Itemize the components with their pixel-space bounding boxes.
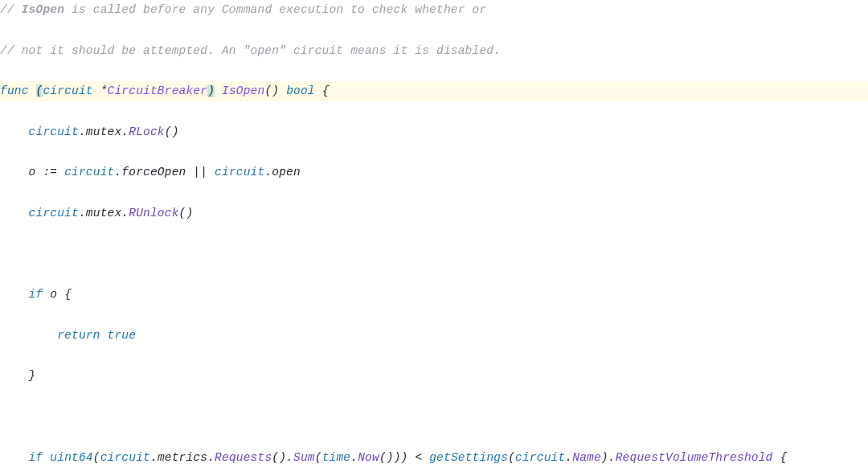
code-token [43, 451, 50, 464]
code-token: RUnlock [129, 207, 178, 220]
code-token [215, 84, 222, 97]
code-line: circuit.mutex.RUnlock() [0, 203, 868, 224]
code-token: // not it should be attempted. An "open"… [0, 44, 501, 57]
code-token: metrics [158, 451, 207, 464]
code-token: . [565, 451, 572, 464]
code-token: } [0, 369, 36, 382]
code-token: . [264, 166, 272, 179]
code-token: ( [508, 451, 515, 464]
code-line: } [0, 366, 868, 386]
code-line: o := circuit.forceOpen || circuit.open [0, 162, 868, 183]
code-line: return true [0, 326, 868, 346]
code-token: IsOpen [22, 3, 64, 16]
code-token: func [0, 84, 29, 97]
code-token: . [79, 125, 86, 138]
code-token: if [29, 288, 43, 301]
code-line: circuit.mutex.RLock() [0, 122, 868, 142]
code-line: if o { [0, 285, 868, 305]
code-line: func (circuit *CircuitBreaker) IsOpen() … [0, 81, 868, 101]
code-token: ). [601, 451, 616, 464]
code-token: circuit [29, 207, 79, 220]
code-block: // IsOpen is called before any Command e… [0, 0, 868, 472]
code-token: () [179, 207, 194, 220]
code-token: circuit [515, 451, 565, 464]
code-token: ) [207, 84, 215, 97]
code-token: forceOpen [121, 166, 186, 179]
code-token: return [57, 329, 100, 342]
code-token: uint64 [50, 451, 92, 464]
code-line: if uint64(circuit.metrics.Requests().Sum… [0, 448, 868, 468]
code-token: true [108, 329, 137, 342]
code-token: if [29, 451, 43, 464]
code-token: . [114, 166, 121, 179]
code-token: { [773, 451, 788, 464]
code-token: Requests [215, 451, 272, 464]
code-token: Name [572, 451, 601, 464]
code-token: time [322, 451, 351, 464]
code-token: * [93, 84, 108, 97]
code-token: . [79, 207, 86, 220]
code-token: () [165, 125, 179, 138]
code-token: bool [286, 84, 315, 97]
code-token: () [264, 84, 279, 97]
code-token: RequestVolumeThreshold [616, 451, 773, 464]
code-token: Now [358, 451, 379, 464]
code-token: is called before any Command execution t… [64, 3, 486, 16]
code-token [0, 451, 29, 464]
code-token: getSettings [429, 451, 508, 464]
code-token [0, 288, 29, 301]
code-token: open [272, 166, 301, 179]
code-line [0, 407, 868, 427]
code-token: . [150, 451, 158, 464]
code-token: o { [43, 288, 72, 301]
code-token: { [315, 84, 330, 97]
code-token: IsOpen [222, 84, 264, 97]
code-token: mutex [86, 207, 122, 220]
code-token: (). [272, 451, 293, 464]
code-token: mutex [86, 125, 122, 138]
code-token: Sum [293, 451, 315, 464]
code-line: // not it should be attempted. An "open"… [0, 41, 868, 61]
code-line: // IsOpen is called before any Command e… [0, 0, 868, 20]
code-token: // [0, 3, 22, 16]
code-token: ())) < [379, 451, 429, 464]
code-token: ( [315, 451, 322, 464]
code-token [29, 84, 36, 97]
code-token: . [350, 451, 358, 464]
code-token [0, 410, 7, 423]
code-token [0, 329, 57, 342]
code-token [0, 125, 29, 138]
code-token [0, 207, 29, 220]
code-token: circuit [43, 84, 92, 97]
code-token: circuit [215, 166, 264, 179]
code-token: RLock [129, 125, 165, 138]
code-token: CircuitBreaker [108, 84, 208, 97]
code-line [0, 244, 868, 265]
code-token: . [121, 125, 129, 138]
code-token [0, 248, 7, 261]
code-token: circuit [100, 451, 150, 464]
code-token: . [121, 207, 129, 220]
code-token: || [186, 166, 215, 179]
code-token [100, 329, 108, 342]
code-token: circuit [64, 166, 114, 179]
code-token: . [207, 451, 215, 464]
code-token: circuit [29, 125, 79, 138]
code-token [279, 84, 286, 97]
code-token: o := [0, 166, 64, 179]
code-token: ( [93, 451, 100, 464]
